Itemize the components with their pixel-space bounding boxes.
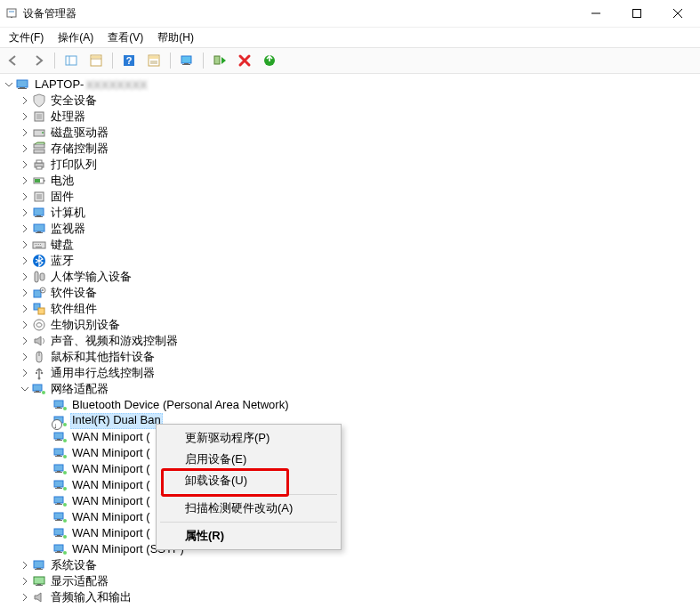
expand-spacer — [41, 448, 52, 458]
expand-icon[interactable] — [20, 111, 30, 122]
tree-category[interactable]: 监视器 — [0, 221, 700, 237]
tree-category-network[interactable]: 网络适配器 — [0, 381, 700, 397]
tree-category[interactable]: 系统设备 — [0, 557, 700, 573]
menu-help[interactable]: 帮助(H) — [150, 28, 201, 47]
svg-rect-88 — [55, 472, 62, 473]
svg-point-85 — [63, 455, 67, 458]
tree-category[interactable]: 处理器 — [0, 109, 700, 125]
tree-category[interactable]: 生物识别设备 — [0, 317, 700, 333]
tree-category[interactable]: 打印队列 — [0, 157, 700, 173]
tree-device[interactable]: WAN Miniport ( — [0, 429, 700, 445]
toolbar-device-properties-button[interactable] — [142, 50, 165, 71]
toolbar-uninstall-button[interactable] — [233, 50, 256, 71]
expand-icon[interactable] — [20, 95, 30, 106]
toolbar-update-driver-button[interactable] — [175, 50, 198, 71]
svg-rect-112 — [35, 569, 43, 570]
expand-icon[interactable] — [20, 255, 30, 266]
network-adapter-icon — [53, 446, 68, 460]
toolbar-forward-button[interactable] — [27, 50, 50, 71]
tree-device[interactable]: WAN Miniport ( — [0, 525, 700, 541]
storage-icon — [32, 142, 46, 156]
network-adapter-icon — [53, 526, 68, 540]
root-redacted: XXXXXXXX — [85, 78, 147, 92]
expand-icon[interactable] — [20, 368, 30, 378]
maximize-button[interactable] — [616, 0, 657, 27]
menu-file[interactable]: 文件(F) — [2, 28, 51, 47]
tree-device[interactable]: WAN Miniport ( — [0, 477, 700, 493]
expand-icon[interactable] — [20, 272, 30, 282]
toolbar-back-button[interactable] — [2, 50, 25, 71]
tree-category[interactable]: 通用串行总线控制器 — [0, 365, 700, 381]
context-scan-hardware[interactable]: 扫描检测硬件改动(A) — [158, 498, 339, 519]
expand-icon[interactable] — [20, 592, 30, 603]
context-uninstall-device[interactable]: 卸载设备(U) — [158, 470, 339, 491]
tree-device[interactable]: WAN Miniport (SSTP) — [0, 541, 700, 557]
software-icon — [32, 286, 46, 300]
tree-device[interactable]: WAN Miniport ( — [0, 461, 700, 477]
expand-icon[interactable] — [20, 143, 30, 154]
svg-rect-110 — [34, 561, 44, 568]
menubar: 文件(F) 操作(A) 查看(V) 帮助(H) — [0, 28, 700, 48]
svg-rect-86 — [54, 465, 63, 471]
svg-point-105 — [63, 535, 67, 539]
svg-rect-39 — [36, 194, 42, 199]
tree-category[interactable]: 固件 — [0, 189, 700, 205]
menu-view[interactable]: 查看(V) — [101, 28, 150, 47]
svg-rect-84 — [55, 456, 62, 457]
tree-device[interactable]: Intel(R) Dual Ban — [0, 413, 700, 429]
tree-category[interactable]: 鼠标和其他指针设备 — [0, 349, 700, 365]
expand-icon[interactable] — [20, 560, 30, 571]
tree-category[interactable]: 声音、视频和游戏控制器 — [0, 333, 700, 349]
tree-category[interactable]: 安全设备 — [0, 93, 700, 109]
svg-point-109 — [63, 551, 67, 555]
expand-icon[interactable] — [20, 320, 30, 330]
expand-icon[interactable] — [20, 384, 30, 394]
expand-icon[interactable] — [20, 159, 30, 170]
tree-category[interactable]: 软件设备 — [0, 285, 700, 301]
expand-icon[interactable] — [20, 239, 30, 250]
tree-category[interactable]: 键盘 — [0, 237, 700, 253]
svg-point-81 — [63, 439, 67, 442]
tree-category[interactable]: 音频输入和输出 — [0, 589, 700, 605]
expand-icon[interactable] — [20, 352, 30, 362]
tree-category[interactable]: 显示适配器 — [0, 573, 700, 589]
expand-icon[interactable] — [20, 576, 30, 587]
svg-rect-100 — [55, 520, 62, 521]
close-button[interactable] — [657, 0, 698, 27]
tree-device[interactable]: WAN Miniport ( — [0, 445, 700, 461]
expand-icon[interactable] — [20, 336, 30, 346]
expand-icon[interactable] — [20, 127, 30, 138]
context-properties[interactable]: 属性(R) — [158, 525, 339, 547]
tree-category[interactable]: 蓝牙 — [0, 253, 700, 269]
tree-category[interactable]: 人体学输入设备 — [0, 269, 700, 285]
window-title: 设备管理器 — [23, 6, 76, 21]
expand-icon[interactable] — [20, 223, 30, 234]
tree-device[interactable]: Bluetooth Device (Personal Area Network) — [0, 397, 700, 413]
tree-device[interactable]: WAN Miniport ( — [0, 509, 700, 525]
expand-icon[interactable] — [20, 207, 30, 218]
minimize-button[interactable] — [575, 0, 616, 27]
menu-action[interactable]: 操作(A) — [51, 28, 101, 47]
context-update-driver[interactable]: 更新驱动程序(P) — [158, 427, 339, 449]
toolbar-scan-hardware-button[interactable] — [258, 50, 281, 71]
expand-icon[interactable] — [20, 288, 30, 298]
toolbar-enable-device-button[interactable] — [208, 50, 231, 71]
tree-category[interactable]: 软件组件 — [0, 301, 700, 317]
tree-category[interactable]: 计算机 — [0, 205, 700, 221]
context-enable-device[interactable]: 启用设备(E) — [158, 449, 339, 470]
toolbar-properties-button[interactable] — [84, 50, 108, 71]
tree-root[interactable]: LAPTOP- XXXXXXXX — [0, 77, 700, 93]
toolbar-help-button[interactable]: ? — [117, 50, 141, 71]
tree-device[interactable]: WAN Miniport ( — [0, 493, 700, 509]
device-tree[interactable]: LAPTOP- XXXXXXXX 安全设备处理器磁盘驱动器存储控制器打印队列电池… — [0, 73, 700, 616]
tree-category[interactable]: 存储控制器 — [0, 141, 700, 157]
expand-icon[interactable] — [20, 175, 30, 186]
tree-category[interactable]: 电池 — [0, 173, 700, 189]
tree-device-label: WAN Miniport ( — [70, 510, 152, 524]
expand-icon[interactable] — [20, 304, 30, 314]
toolbar-show-hide-button[interactable] — [60, 50, 83, 71]
tree-category[interactable]: 磁盘驱动器 — [0, 125, 700, 141]
expand-icon[interactable] — [20, 191, 30, 202]
svg-rect-92 — [55, 488, 62, 489]
expand-icon[interactable] — [4, 79, 14, 90]
